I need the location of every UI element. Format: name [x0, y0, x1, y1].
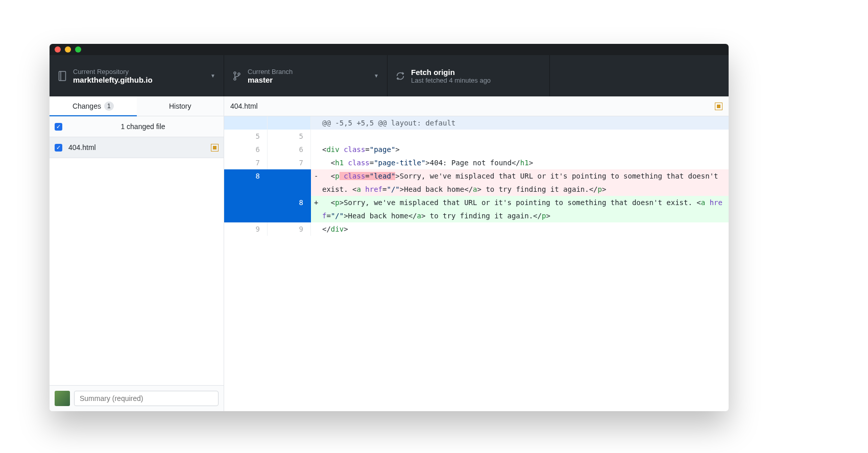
repo-value: markthelefty.github.io [73, 76, 210, 84]
file-checkbox[interactable]: ✓ [55, 144, 62, 152]
branch-value: master [248, 76, 374, 84]
modified-icon [211, 144, 219, 152]
sidebar-tabs: Changes 1 History [50, 96, 224, 116]
svg-rect-0 [59, 71, 66, 81]
diff-line[interactable]: 66 <div class="page"> [224, 143, 729, 156]
fetch-value: Last fetched 4 minutes ago [411, 77, 541, 84]
sidebar: Changes 1 History ✓ 1 changed file ✓ 404… [50, 96, 224, 411]
branch-icon [232, 71, 242, 81]
chevron-down-icon: ▼ [210, 73, 215, 79]
svg-point-3 [234, 78, 236, 80]
commit-area [50, 385, 224, 411]
chevron-down-icon: ▼ [374, 73, 379, 79]
tab-history-label: History [169, 102, 191, 110]
fetch-button[interactable]: Fetch origin Last fetched 4 minutes ago [388, 55, 550, 96]
repo-icon [58, 71, 67, 81]
fetch-label: Fetch origin [411, 68, 541, 77]
app-window: Current Repository markthelefty.github.i… [50, 44, 729, 411]
changes-count-badge: 1 [104, 102, 114, 111]
branch-dropdown[interactable]: Current Branch master ▼ [224, 55, 388, 96]
diff-line[interactable]: 55 [224, 130, 729, 143]
maximize-window-button[interactable] [75, 46, 81, 53]
diff-header: 404.html [224, 96, 729, 116]
repo-label: Current Repository [73, 68, 210, 76]
repository-dropdown[interactable]: Current Repository markthelefty.github.i… [50, 55, 224, 96]
diff-line-deleted[interactable]: 8 - <p class="lead">Sorry, we've misplac… [224, 169, 729, 196]
diff-pane: 404.html @@ -5,5 +5,5 @@ layout: default… [224, 96, 729, 411]
select-all-checkbox[interactable]: ✓ [55, 123, 62, 131]
diff-line[interactable]: 77 <h1 class="page-title">404: Page not … [224, 156, 729, 169]
changed-file-row[interactable]: ✓ 404.html [50, 137, 224, 158]
toolbar: Current Repository markthelefty.github.i… [50, 55, 729, 96]
tab-changes[interactable]: Changes 1 [50, 96, 137, 116]
window-titlebar [50, 44, 729, 55]
diff-body[interactable]: @@ -5,5 +5,5 @@ layout: default 55 66 <d… [224, 116, 729, 236]
diff-line[interactable]: 99 </div> [224, 222, 729, 236]
changes-summary: 1 changed file [67, 122, 219, 131]
tab-changes-label: Changes [73, 102, 101, 110]
sync-icon [396, 71, 405, 81]
branch-label: Current Branch [248, 68, 374, 76]
changes-header: ✓ 1 changed file [50, 116, 224, 137]
main-area: Changes 1 History ✓ 1 changed file ✓ 404… [50, 96, 729, 411]
tab-history[interactable]: History [137, 96, 224, 116]
close-window-button[interactable] [55, 46, 61, 53]
modified-icon [715, 103, 722, 110]
avatar [55, 391, 70, 406]
minimize-window-button[interactable] [65, 46, 71, 53]
commit-summary-input[interactable] [74, 391, 219, 406]
svg-point-4 [238, 73, 240, 75]
diff-line-added[interactable]: 8 + <p>Sorry, we've misplaced that URL o… [224, 196, 729, 222]
svg-point-2 [234, 72, 236, 74]
diff-filename: 404.html [230, 102, 258, 110]
diff-hunk-header: @@ -5,5 +5,5 @@ layout: default [224, 116, 729, 130]
file-name: 404.html [68, 143, 96, 152]
